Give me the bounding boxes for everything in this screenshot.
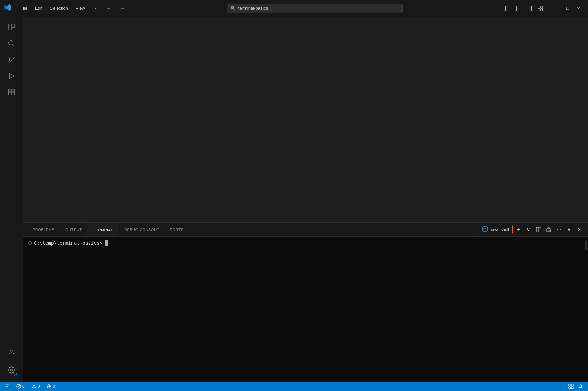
customize-layout-icon[interactable] (535, 3, 545, 14)
svg-rect-22 (9, 92, 11, 95)
restore-button[interactable]: □ (562, 3, 573, 14)
activity-bottom: VS (4, 345, 19, 382)
svg-point-14 (9, 61, 10, 62)
toggle-secondary-sidebar-icon[interactable] (524, 3, 534, 14)
status-bar: 0 0 0 (0, 382, 588, 391)
menu-file[interactable]: File (17, 4, 31, 12)
svg-rect-30 (547, 229, 551, 232)
status-notifications-icon[interactable] (576, 382, 585, 391)
status-errors[interactable]: 0 (14, 382, 27, 391)
editor-area: PROBLEMS OUTPUT TERMINAL DEBUG CONSOLE P… (23, 17, 588, 382)
status-network[interactable]: 0 (44, 382, 57, 391)
panel-tabs-bar: PROBLEMS OUTPUT TERMINAL DEBUG CONSOLE P… (23, 223, 588, 237)
tab-terminal[interactable]: TERMINAL (87, 223, 119, 236)
network-count: 0 (52, 384, 55, 389)
svg-point-15 (9, 57, 10, 59)
svg-rect-8 (538, 8, 540, 11)
terminal-cursor (105, 240, 108, 246)
status-warnings[interactable]: 0 (29, 382, 42, 391)
svg-point-19 (9, 77, 10, 79)
vscode-watermark (234, 48, 377, 191)
activity-account[interactable] (4, 345, 19, 360)
status-bar-left: 0 0 0 (3, 382, 57, 391)
svg-rect-11 (12, 24, 15, 27)
activity-search[interactable] (4, 36, 19, 51)
svg-rect-9 (541, 8, 543, 11)
svg-rect-6 (538, 6, 540, 8)
activity-settings[interactable]: VS (4, 363, 19, 377)
svg-rect-20 (9, 89, 11, 92)
activity-run-debug[interactable] (4, 68, 19, 83)
search-text: terminal-basics (238, 6, 268, 11)
minimize-button[interactable]: − (551, 3, 562, 14)
new-terminal-button[interactable]: + (513, 225, 523, 234)
nav-forward-button[interactable]: → (117, 4, 128, 13)
error-count: 0 (22, 384, 25, 389)
search-box[interactable]: 🔍 terminal-basics (227, 4, 403, 13)
launch-profile-button[interactable]: ∨ (524, 225, 533, 234)
activity-explorer[interactable] (4, 20, 19, 35)
svg-rect-42 (571, 384, 573, 386)
svg-marker-18 (10, 74, 14, 79)
tab-problems[interactable]: PROBLEMS (27, 223, 60, 236)
terminal-scrollbar[interactable] (585, 240, 587, 250)
toggle-panel-icon[interactable] (513, 3, 524, 14)
menu-more[interactable]: ··· (89, 4, 100, 12)
tab-output[interactable]: OUTPUT (60, 223, 87, 236)
svg-rect-41 (569, 384, 571, 386)
panel-actions: PS powershell + ∨ (479, 225, 584, 234)
svg-rect-3 (516, 9, 521, 11)
svg-rect-2 (516, 6, 521, 11)
svg-point-25 (10, 369, 13, 371)
tab-ports[interactable]: PORTS (164, 223, 189, 236)
terminal-content[interactable]: C:\temp\terminal-basics> (23, 237, 588, 382)
status-remote[interactable] (3, 382, 12, 391)
status-layout-icon[interactable] (566, 382, 576, 391)
svg-point-37 (34, 387, 34, 388)
menu-bar: File Edit Selection View ··· (17, 4, 100, 12)
vscode-logo (4, 4, 12, 13)
powershell-badge[interactable]: PS powershell (479, 225, 513, 234)
chevron-down-icon: ∨ (526, 226, 530, 233)
maximize-panel-button[interactable]: ∧ (564, 225, 574, 234)
svg-rect-23 (12, 92, 14, 95)
main-layout: VS PROBLEMS OUTPUT (0, 17, 588, 382)
svg-rect-10 (8, 24, 11, 30)
svg-line-13 (13, 44, 14, 46)
title-search-area: 🔍 terminal-basics (131, 4, 498, 13)
menu-selection[interactable]: Selection (46, 4, 71, 12)
titlebar: File Edit Selection View ··· ← → 🔍 termi… (0, 0, 588, 17)
svg-rect-43 (569, 387, 571, 389)
svg-rect-5 (530, 6, 532, 11)
more-actions-button[interactable]: ··· (554, 225, 564, 234)
editor-content[interactable] (23, 17, 588, 222)
svg-point-24 (10, 350, 13, 352)
svg-rect-1 (505, 6, 510, 11)
activity-source-control[interactable] (4, 52, 19, 67)
tab-debug-console[interactable]: DEBUG CONSOLE (119, 223, 164, 236)
terminal-prompt-line: C:\temp\terminal-basics> (28, 240, 583, 246)
close-button[interactable]: × (573, 3, 584, 14)
svg-point-12 (9, 41, 13, 45)
menu-edit[interactable]: Edit (31, 4, 46, 12)
svg-rect-0 (505, 6, 507, 11)
svg-rect-4 (527, 6, 532, 11)
vs-label: VS (13, 373, 18, 377)
menu-view[interactable]: View (72, 4, 88, 12)
powershell-label: powershell (490, 227, 509, 232)
warning-count: 0 (38, 384, 40, 389)
terminal-circle-icon (28, 241, 32, 245)
plus-icon: + (517, 227, 520, 233)
powershell-icon: PS (482, 226, 488, 233)
window-controls: − □ × (551, 3, 584, 14)
close-panel-button[interactable]: × (574, 225, 584, 234)
split-terminal-button[interactable] (534, 225, 543, 234)
activity-extensions[interactable] (4, 85, 19, 100)
panel-layout-icons (503, 3, 545, 14)
kill-terminal-button[interactable] (544, 225, 553, 234)
nav-back-button[interactable]: ← (103, 4, 114, 13)
panel-area: PROBLEMS OUTPUT TERMINAL DEBUG CONSOLE P… (23, 222, 588, 382)
svg-rect-21 (12, 89, 14, 92)
status-bar-right (566, 382, 585, 391)
toggle-primary-sidebar-icon[interactable] (503, 3, 513, 14)
